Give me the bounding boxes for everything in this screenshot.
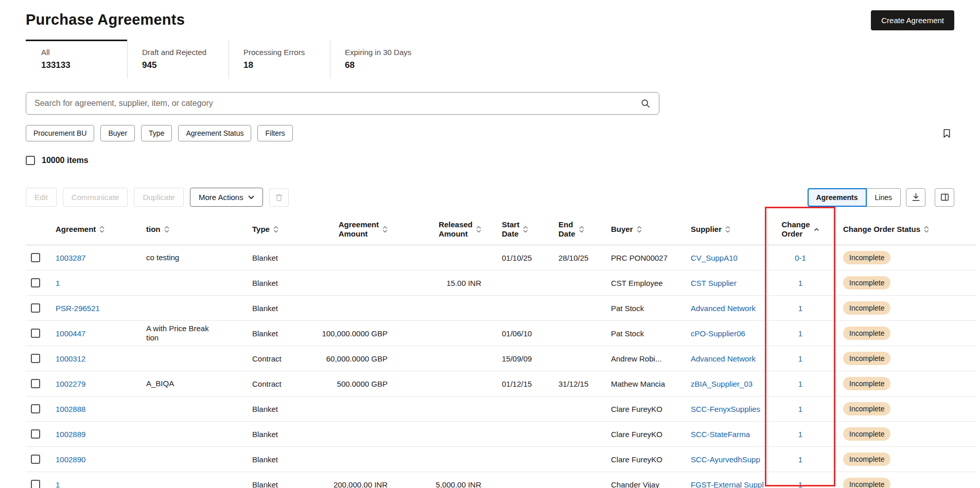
supplier-link[interactable]: SCC-StateFarma [691, 430, 750, 439]
agreement-link[interactable]: PSR-296521 [56, 304, 100, 313]
row-select-checkbox[interactable] [31, 455, 40, 464]
change-order-link[interactable]: 1 [798, 304, 802, 313]
supplier-link[interactable]: FGST-External Suppl [691, 480, 764, 488]
table-columns-icon [940, 192, 950, 202]
supplier-link[interactable]: Advanced Network [691, 304, 756, 313]
column-header-change-order[interactable]: ChangeOrder [767, 220, 834, 239]
agreement-link[interactable]: 1002890 [56, 455, 85, 464]
column-header-type[interactable]: Type [242, 225, 304, 234]
column-header-description[interactable]: tion [144, 225, 242, 234]
infotile-label: Expiring in 30 Days [345, 48, 422, 57]
buyer-cell: Clare FureyKO [600, 405, 685, 413]
agreements-table: Agreement tion Type AgreementAmount Rele… [26, 217, 976, 488]
supplier-link[interactable]: Advanced Network [691, 354, 756, 363]
column-header-supplier[interactable]: Supplier [685, 225, 767, 234]
view-toggle-lines[interactable]: Lines [867, 188, 901, 207]
filter-chip-procurement-bu[interactable]: Procurement BU [26, 125, 94, 141]
select-all-checkbox[interactable] [26, 156, 35, 165]
row-select-cell [26, 480, 48, 488]
row-select-cell [26, 429, 48, 439]
row-select-cell [26, 253, 48, 262]
change-order-link[interactable]: 1 [798, 455, 802, 464]
agreement-link[interactable]: 1002888 [56, 405, 85, 413]
delete-button[interactable] [269, 188, 289, 207]
row-select-checkbox[interactable] [31, 480, 40, 488]
buyer-cell: Chander Vijay [600, 480, 685, 488]
change-order-link[interactable]: 1 [798, 354, 802, 363]
view-toggle-agreements[interactable]: Agreements [808, 188, 867, 207]
filter-chip-filters[interactable]: Filters [257, 125, 292, 141]
column-header-buyer[interactable]: Buyer [600, 225, 685, 234]
change-order-link[interactable]: 1 [798, 379, 802, 388]
table-row: PSR-296521 Blanket Pat Stock Advanced Ne… [26, 296, 976, 321]
column-header-agreement[interactable]: Agreement [48, 225, 144, 234]
column-header-label: Type [252, 225, 270, 234]
description-cell: A_BIQA [144, 379, 242, 388]
manage-columns-button[interactable] [935, 188, 954, 207]
supplier-link[interactable]: CV_SuppA10 [691, 254, 738, 262]
column-header-end-date[interactable]: EndDate [543, 220, 600, 239]
filter-chip-type[interactable]: Type [141, 125, 172, 141]
supplier-cell: SCC-FenyxSupplies [685, 405, 767, 413]
saved-search-bookmark-button[interactable] [939, 126, 954, 141]
agreement-link[interactable]: 1002279 [56, 379, 85, 388]
change-order-cell: 0-1 [767, 254, 834, 262]
column-header-agreement-amount[interactable]: AgreementAmount [304, 220, 394, 239]
change-order-link[interactable]: 1 [798, 279, 802, 287]
infotile-all[interactable]: All 133133 [26, 40, 127, 79]
column-header-label: Date [558, 229, 575, 239]
supplier-link[interactable]: cPO-Supplier06 [691, 329, 745, 338]
infotile-processing-errors[interactable]: Processing Errors 18 [229, 40, 330, 79]
agreement-cell: 1000312 [48, 354, 144, 363]
supplier-link[interactable]: CST Supplier [691, 279, 737, 287]
agreement-cell: 1002890 [48, 455, 144, 464]
edit-button[interactable]: Edit [26, 188, 57, 207]
filter-chip-agreement-status[interactable]: Agreement Status [178, 125, 251, 141]
supplier-link[interactable]: zBIA_Supplier_03 [691, 379, 752, 388]
column-header-label: Agreement [339, 220, 379, 229]
change-order-link[interactable]: 1 [798, 480, 802, 488]
row-select-checkbox[interactable] [31, 354, 40, 363]
filter-chip-buyer[interactable]: Buyer [100, 125, 135, 141]
row-select-checkbox[interactable] [31, 379, 40, 388]
communicate-button[interactable]: Communicate [63, 188, 128, 207]
agreement-link[interactable]: 1 [56, 279, 60, 287]
row-select-checkbox[interactable] [31, 303, 40, 313]
infotile-draft-and-rejected[interactable]: Draft and Rejected 945 [127, 40, 229, 79]
search-button[interactable] [638, 96, 653, 111]
change-order-link[interactable]: 1 [798, 405, 802, 413]
duplicate-button[interactable]: Duplicate [134, 188, 184, 207]
change-order-status-badge: Incomplete [843, 377, 890, 390]
create-agreement-button[interactable]: Create Agreement [871, 10, 954, 30]
start-date-cell: 15/09/09 [486, 354, 543, 363]
export-button[interactable] [906, 188, 925, 207]
agreement-link[interactable]: 1000447 [56, 329, 85, 338]
change-order-link[interactable]: 1 [798, 329, 802, 338]
column-header-label: Buyer [611, 225, 633, 234]
row-select-checkbox[interactable] [31, 278, 40, 287]
supplier-link[interactable]: SCC-AyurvedhSupp [691, 455, 760, 464]
start-date-cell: 01/12/15 [486, 379, 543, 388]
infotile-expiring-30-days[interactable]: Expiring in 30 Days 68 [330, 40, 431, 79]
agreement-link[interactable]: 1 [56, 480, 60, 488]
agreement-link[interactable]: 1000312 [56, 354, 85, 363]
sort-icon [99, 225, 104, 233]
change-order-status-cell: Incomplete [834, 301, 942, 315]
column-header-start-date[interactable]: StartDate [486, 220, 543, 239]
more-actions-button[interactable]: More Actions [190, 188, 263, 207]
column-header-label: Supplier [691, 225, 722, 234]
column-header-change-order-status[interactable]: Change Order Status [834, 225, 942, 234]
supplier-cell: Advanced Network [685, 304, 767, 313]
column-header-released-amount[interactable]: ReleasedAmount [394, 220, 486, 239]
supplier-link[interactable]: SCC-FenyxSupplies [691, 405, 760, 413]
row-select-checkbox[interactable] [31, 253, 40, 262]
change-order-link[interactable]: 0-1 [795, 254, 806, 262]
change-order-link[interactable]: 1 [798, 430, 802, 439]
row-select-checkbox[interactable] [31, 329, 40, 338]
row-select-checkbox[interactable] [31, 429, 40, 439]
agreement-link[interactable]: 1002889 [56, 430, 85, 439]
agreement-link[interactable]: 1003287 [56, 254, 85, 262]
row-select-checkbox[interactable] [31, 404, 40, 413]
more-actions-label: More Actions [199, 193, 243, 202]
search-input[interactable] [34, 99, 638, 108]
